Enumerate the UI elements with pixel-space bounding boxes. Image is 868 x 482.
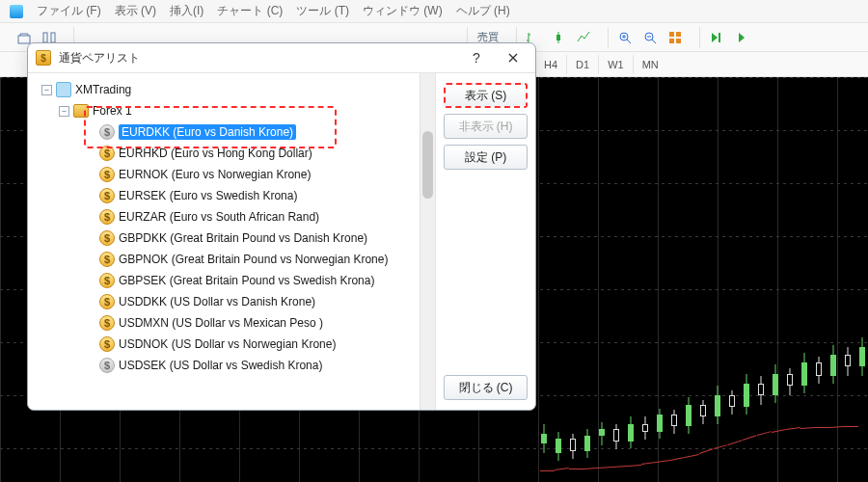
tree-root-label: XMTrading bbox=[75, 81, 131, 98]
svg-rect-13 bbox=[676, 32, 681, 37]
menu-tools[interactable]: ツール (T) bbox=[296, 3, 349, 19]
symbol-label: USDDKK (US Dollar vs Danish Krone) bbox=[119, 293, 315, 310]
hide-button[interactable]: 非表示 (H) bbox=[444, 114, 528, 139]
dialog-titlebar[interactable]: $ 通貨ペアリスト ? bbox=[28, 43, 535, 72]
candle bbox=[627, 77, 635, 482]
symbol-label: GBPSEK (Great Britain Pound vs Swedish K… bbox=[119, 272, 374, 289]
currency-icon: $ bbox=[99, 336, 115, 352]
svg-rect-14 bbox=[669, 39, 674, 43]
candle bbox=[815, 77, 823, 482]
symbol-row[interactable]: $ GBPNOK (Great Britain Pound vs Norwegi… bbox=[38, 249, 433, 270]
symbol-row[interactable]: $ EURHKD (Euro vs Hong Kong Dollar) bbox=[38, 143, 433, 164]
svg-rect-1 bbox=[43, 33, 47, 42]
candle bbox=[800, 77, 808, 482]
candle bbox=[772, 77, 779, 482]
tree-folder[interactable]: − Forex 1 bbox=[38, 100, 433, 121]
timeframe-mn[interactable]: MN bbox=[633, 55, 667, 74]
candle bbox=[583, 77, 591, 482]
candle bbox=[555, 77, 562, 482]
settings-button[interactable]: 設定 (P) bbox=[444, 145, 528, 170]
candle bbox=[699, 77, 707, 482]
candle bbox=[670, 77, 678, 482]
symbol-label: USDSEK (US Dollar vs Swedish Krona) bbox=[119, 357, 322, 374]
currency-icon: $ bbox=[99, 252, 115, 267]
scroll-end-icon[interactable] bbox=[706, 27, 727, 48]
symbol-label: EURSEK (Euro vs Swedish Krona) bbox=[119, 187, 297, 204]
symbol-label: EURHKD (Euro vs Hong Kong Dollar) bbox=[119, 145, 312, 162]
zoom-out-icon[interactable] bbox=[639, 27, 661, 48]
candle bbox=[656, 77, 664, 482]
candle bbox=[714, 77, 721, 482]
symbol-row[interactable]: $ USDMXN (US Dollar vs Mexican Peso ) bbox=[38, 312, 433, 334]
candle bbox=[540, 77, 548, 482]
tree-root[interactable]: − XMTrading bbox=[38, 79, 433, 100]
symbol-row[interactable]: $ USDNOK (US Dollar vs Norwegian Krone) bbox=[38, 334, 433, 355]
shift-chart-icon[interactable] bbox=[731, 27, 752, 48]
currency-icon: $ bbox=[99, 294, 115, 309]
menu-file[interactable]: ファイル (F) bbox=[37, 3, 101, 19]
line-chart-icon[interactable] bbox=[573, 27, 594, 48]
close-button[interactable]: 閉じる (C) bbox=[444, 375, 528, 400]
candle bbox=[858, 77, 866, 482]
dialog-button-panel: 表示 (S) 非表示 (H) 設定 (P) 閉じる (C) bbox=[435, 73, 535, 410]
currency-icon: $ bbox=[99, 146, 115, 161]
show-button[interactable]: 表示 (S) bbox=[444, 83, 528, 108]
symbol-row[interactable]: $ EURZAR (Euro vs South African Rand) bbox=[38, 206, 433, 228]
candle bbox=[569, 77, 577, 482]
currency-icon: $ bbox=[99, 209, 115, 225]
symbol-row[interactable]: $ GBPSEK (Great Britain Pound vs Swedish… bbox=[38, 270, 433, 291]
timeframe-d1[interactable]: D1 bbox=[566, 55, 598, 74]
symbol-row[interactable]: $ USDDKK (US Dollar vs Danish Krone) bbox=[38, 291, 433, 312]
candle bbox=[844, 77, 852, 482]
menu-insert[interactable]: 挿入(I) bbox=[170, 3, 203, 19]
currency-icon: $ bbox=[99, 273, 115, 288]
menu-window[interactable]: ウィンドウ (W) bbox=[363, 3, 443, 19]
menu-chart[interactable]: チャート (C) bbox=[217, 3, 283, 19]
timeframe-w1[interactable]: W1 bbox=[598, 55, 633, 74]
symbol-label: GBPNOK (Great Britain Pound vs Norwegian… bbox=[119, 251, 388, 268]
menu-view[interactable]: 表示 (V) bbox=[115, 3, 156, 19]
candle bbox=[757, 77, 765, 482]
collapse-icon[interactable]: − bbox=[41, 85, 52, 95]
candle bbox=[728, 77, 736, 482]
server-icon bbox=[56, 82, 71, 97]
menu-help[interactable]: ヘルプ (H) bbox=[456, 3, 510, 19]
symbol-label: EURDKK (Euro vs Danish Krone) bbox=[119, 123, 296, 141]
symbol-row[interactable]: $ EURSEK (Euro vs Swedish Krona) bbox=[38, 185, 433, 206]
currency-icon: $ bbox=[99, 167, 115, 182]
timeframe-h4[interactable]: H4 bbox=[535, 55, 566, 74]
help-button[interactable]: ? bbox=[462, 46, 491, 69]
zoom-in-icon[interactable] bbox=[614, 27, 636, 48]
menubar: ファイル (F) 表示 (V) 挿入(I) チャート (C) ツール (T) ウ… bbox=[0, 0, 868, 23]
scrollbar[interactable] bbox=[420, 73, 435, 410]
symbol-tree[interactable]: − XMTrading− Forex 1$ EURDKK (Euro vs Da… bbox=[28, 73, 435, 410]
dialog-title: 通貨ペアリスト bbox=[59, 50, 454, 67]
candle bbox=[743, 77, 750, 482]
collapse-icon[interactable]: − bbox=[59, 106, 69, 117]
candle bbox=[829, 77, 837, 482]
symbol-row[interactable]: $ USDSEK (US Dollar vs Swedish Krona) bbox=[38, 355, 433, 376]
grid-layout-icon[interactable] bbox=[665, 27, 686, 48]
symbol-label: GBPDKK (Great Britain Pound vs Danish Kr… bbox=[119, 229, 367, 247]
currency-icon: $ bbox=[99, 188, 115, 203]
svg-rect-12 bbox=[669, 32, 674, 37]
tree-folder-label: Forex 1 bbox=[93, 102, 132, 120]
currency-icon: $ bbox=[99, 358, 115, 373]
candle bbox=[641, 77, 649, 482]
app-window: ファイル (F) 表示 (V) 挿入(I) チャート (C) ツール (T) ウ… bbox=[0, 0, 868, 482]
candlestick-icon[interactable] bbox=[548, 27, 569, 48]
symbol-label: USDNOK (US Dollar vs Norwegian Krone) bbox=[119, 335, 336, 353]
folder-icon bbox=[73, 104, 89, 118]
close-icon[interactable] bbox=[499, 46, 528, 69]
symbols-dialog: $ 通貨ペアリスト ? − XMTrading− Forex 1$ EURDKK… bbox=[27, 42, 536, 411]
candle bbox=[598, 77, 606, 482]
scrollbar-thumb[interactable] bbox=[422, 131, 433, 199]
svg-line-6 bbox=[627, 40, 631, 43]
symbol-row[interactable]: $ EURDKK (Euro vs Danish Krone) bbox=[38, 121, 433, 143]
symbol-row[interactable]: $ EURNOK (Euro vs Norwegian Krone) bbox=[38, 164, 433, 185]
candle bbox=[786, 77, 794, 482]
dialog-icon: $ bbox=[36, 50, 51, 66]
currency-icon: $ bbox=[99, 315, 115, 331]
svg-rect-15 bbox=[676, 39, 681, 43]
symbol-row[interactable]: $ GBPDKK (Great Britain Pound vs Danish … bbox=[38, 228, 433, 249]
